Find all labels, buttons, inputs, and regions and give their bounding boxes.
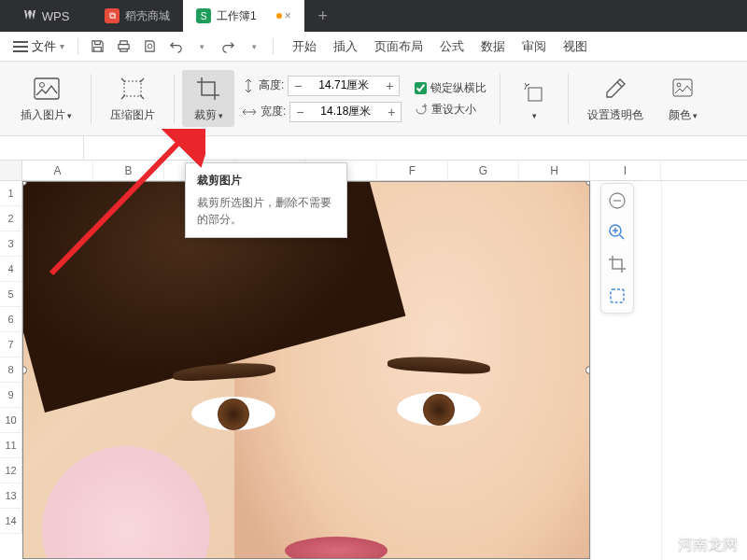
rotate-button[interactable]: ▾ [508, 77, 560, 120]
width-icon [242, 105, 257, 119]
compress-icon [118, 74, 148, 104]
increase-button[interactable]: + [380, 77, 399, 95]
separator [568, 74, 569, 124]
lock-ratio-checkbox[interactable]: 锁定纵横比 [415, 80, 486, 96]
resize-handle[interactable] [22, 366, 27, 374]
decrease-button[interactable]: − [290, 103, 309, 121]
menu-tab[interactable]: 数据 [481, 38, 505, 55]
increase-button[interactable]: + [382, 103, 401, 121]
chevron-down-icon: ▾ [60, 41, 64, 51]
formula-input[interactable] [84, 136, 747, 160]
floating-toolbar [600, 183, 634, 314]
cell-reference[interactable] [0, 136, 84, 160]
label: 插入图片 [21, 107, 65, 123]
color-icon [668, 74, 698, 104]
row-header[interactable]: 7 [0, 332, 22, 357]
separator [273, 38, 274, 55]
new-tab-button[interactable]: + [304, 0, 342, 32]
row-header[interactable]: 8 [0, 357, 22, 383]
print-preview-icon[interactable] [138, 35, 161, 58]
zoom-in-icon[interactable] [606, 221, 628, 244]
selection-tool-icon[interactable] [606, 285, 628, 307]
row-header[interactable]: 13 [0, 483, 22, 509]
width-input[interactable] [309, 105, 382, 119]
modified-indicator [276, 13, 282, 19]
row-header[interactable]: 3 [0, 231, 22, 257]
row-header[interactable]: 9 [0, 383, 22, 408]
chevron-down-icon: ▾ [693, 111, 698, 120]
resize-handle[interactable] [585, 366, 590, 374]
height-label: 高度: [259, 77, 284, 93]
menu-tab[interactable]: 审阅 [522, 38, 546, 55]
print-icon[interactable] [112, 35, 134, 58]
height-row: 高度: − + [242, 76, 402, 96]
color-button[interactable]: 颜色▾ [656, 74, 709, 123]
height-input[interactable] [307, 79, 380, 92]
rotate-icon [519, 77, 549, 107]
tooltip-title: 裁剪图片 [197, 173, 335, 189]
separator [78, 38, 78, 55]
chevron-down-icon: ▾ [218, 111, 223, 120]
undo-dropdown-icon[interactable]: ▾ [190, 35, 213, 58]
col-header[interactable]: A [22, 161, 93, 180]
menu-tab[interactable]: 插入 [333, 38, 358, 55]
decrease-button[interactable]: − [289, 77, 307, 95]
row-header[interactable]: 1 [0, 181, 22, 206]
image-content [397, 392, 481, 426]
label: 压缩图片 [110, 107, 155, 123]
svg-point-2 [39, 83, 44, 88]
col-header[interactable]: I [590, 161, 661, 180]
crop-button[interactable]: 裁剪▾ [182, 70, 234, 127]
redo-icon[interactable] [217, 35, 239, 58]
col-header[interactable]: B [93, 161, 164, 180]
spreadsheet-grid[interactable]: A B C D E F G H I 1 2 3 4 5 6 7 8 9 10 1… [0, 161, 747, 560]
tab-label: 工作簿1 [217, 8, 257, 24]
svg-rect-4 [529, 88, 542, 101]
close-icon[interactable]: × [285, 9, 291, 22]
zoom-out-icon[interactable] [606, 189, 628, 212]
menu-tab[interactable]: 开始 [292, 38, 317, 55]
ribbon: 插入图片▾ 压缩图片 裁剪▾ 高度: − + 宽度: − + [0, 62, 747, 136]
transparent-color-button[interactable]: 设置透明色 [576, 74, 655, 123]
watermark: 河南龙网 [678, 535, 738, 554]
separator [91, 74, 92, 124]
row-header[interactable]: 14 [0, 509, 22, 534]
height-spinner[interactable]: − + [288, 76, 400, 96]
col-header[interactable]: G [448, 161, 519, 180]
row-header[interactable]: 12 [0, 458, 22, 483]
row-header[interactable]: 4 [0, 257, 22, 282]
undo-icon[interactable] [164, 35, 187, 58]
row-header[interactable]: 10 [0, 408, 22, 433]
insert-picture-button[interactable]: 插入图片▾ [9, 74, 83, 123]
crop-icon [193, 74, 223, 104]
row-header[interactable]: 2 [0, 206, 22, 231]
tab-docer[interactable]: ⧉ 稻壳商城 [92, 0, 183, 32]
menu-tab[interactable]: 视图 [563, 38, 587, 55]
file-label: 文件 [32, 38, 56, 55]
app-logo: WPS [0, 0, 92, 32]
col-header[interactable]: H [519, 161, 590, 180]
spreadsheet-icon: S [196, 8, 211, 23]
tab-workbook[interactable]: S 工作簿1 × [183, 0, 304, 32]
redo-dropdown-icon[interactable]: ▾ [243, 35, 265, 58]
width-label: 宽度: [261, 104, 286, 119]
menu-tab[interactable]: 页面布局 [374, 38, 423, 55]
row-header[interactable]: 6 [0, 307, 22, 332]
row-header[interactable]: 11 [0, 433, 22, 458]
checkbox[interactable] [415, 82, 427, 94]
select-all-corner[interactable] [0, 161, 22, 181]
menu-tab[interactable]: 公式 [440, 38, 464, 55]
separator [174, 74, 175, 124]
width-spinner[interactable]: − + [289, 102, 402, 122]
width-row: 宽度: − + [242, 102, 402, 122]
reset-size-button[interactable]: 重设大小 [415, 102, 486, 118]
menu-tabs: 开始 插入 页面布局 公式 数据 审阅 视图 [292, 38, 587, 55]
col-header[interactable]: F [377, 161, 448, 180]
picture-icon [32, 74, 62, 104]
file-menu[interactable]: 文件 ▾ [7, 38, 70, 55]
title-bar: WPS ⧉ 稻壳商城 S 工作簿1 × + [0, 0, 747, 32]
crop-tool-icon[interactable] [606, 253, 628, 275]
compress-picture-button[interactable]: 压缩图片 [99, 74, 166, 123]
row-header[interactable]: 5 [0, 282, 22, 307]
save-icon[interactable] [86, 35, 108, 58]
